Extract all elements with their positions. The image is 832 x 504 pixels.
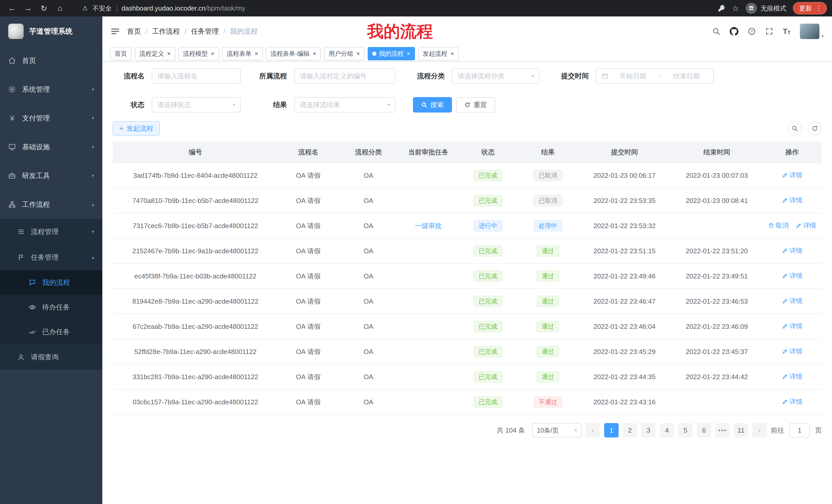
detail-link[interactable]: 详情 — [796, 221, 816, 230]
category-select[interactable]: 请选择流程分类 ▾ — [452, 68, 539, 84]
svg-text:?: ? — [751, 29, 753, 33]
detail-link[interactable]: 详情 — [782, 397, 802, 406]
sidebar-item-leave-query[interactable]: 请假查询 — [0, 344, 102, 370]
tab-close-icon[interactable]: × — [407, 51, 410, 57]
cell-end-time: 2022-01-23 00:07:03 — [671, 163, 762, 188]
breadcrumb-item[interactable]: 我的流程 — [219, 27, 258, 36]
font-size-icon[interactable]: TT — [783, 27, 790, 35]
sidebar-item-payment[interactable]: ¥ 支付管理 ▾ — [0, 104, 102, 133]
gear-icon — [8, 86, 16, 93]
view-tab[interactable]: 流程表单 × — [222, 47, 263, 60]
page-content: 流程名 请输入流程名 所属流程 请输入流程定义的编号 流程分类 请选择流程分类 … — [102, 62, 832, 504]
update-button[interactable]: 更新 ⋮ — [793, 2, 827, 15]
tab-close-icon[interactable]: × — [356, 51, 360, 57]
detail-link[interactable]: 详情 — [782, 171, 802, 179]
reset-button[interactable]: 重置 — [456, 97, 495, 113]
forward-icon[interactable]: → — [21, 1, 35, 15]
page-button[interactable]: 2 — [623, 423, 637, 438]
breadcrumb-item[interactable]: 首页 — [127, 27, 141, 36]
detail-link[interactable]: 详情 — [782, 297, 802, 305]
user-menu[interactable]: ▾ — [800, 24, 824, 39]
toolbox-icon — [8, 172, 16, 179]
page-button[interactable]: 4 — [660, 423, 674, 438]
tab-close-icon[interactable]: × — [255, 51, 258, 57]
sidebar-item-process-management[interactable]: 流程管理 ▾ — [0, 219, 102, 245]
cancel-link[interactable]: 取消 — [768, 221, 788, 230]
view-tab[interactable]: 流程定义 × — [135, 47, 175, 60]
detail-link[interactable]: 详情 — [782, 246, 802, 255]
goto-page-input[interactable] — [789, 423, 810, 438]
page-button[interactable]: 3 — [641, 423, 656, 438]
toggle-search-icon[interactable] — [788, 121, 802, 135]
result-select[interactable]: 请选择流结果 ▾ — [294, 97, 395, 113]
sidebar-item-home[interactable]: 首页 — [0, 46, 102, 75]
create-process-button[interactable]: + 发起流程 — [113, 121, 160, 136]
address-bar[interactable]: ⚠ 不安全 dashboard.yudao.iocoder.cn/bpm/tas… — [82, 4, 716, 12]
page-size-select[interactable]: 10条/页 ▾ — [532, 423, 581, 438]
view-tab[interactable]: 发起流程 × — [418, 47, 459, 60]
end-date-placeholder: 结束日期 — [665, 72, 708, 81]
tab-close-icon[interactable]: × — [450, 51, 454, 57]
cell-actions: 详情 — [762, 188, 822, 213]
cell-current-task — [398, 339, 458, 364]
view-tab[interactable]: 我的流程 × — [368, 47, 415, 60]
sidebar-item-done-tasks[interactable]: 已办任务 — [0, 319, 102, 344]
home-icon[interactable]: ⌂ — [53, 1, 67, 15]
detail-link[interactable]: 详情 — [782, 372, 802, 381]
sidebar-item-devtools[interactable]: 研发工具 ▾ — [0, 161, 102, 190]
page-button[interactable]: ••• — [715, 423, 730, 438]
view-tab[interactable]: 流程模型 × — [178, 47, 219, 60]
search-button[interactable]: 搜索 — [413, 97, 452, 113]
breadcrumb-item[interactable]: 工作流程 — [141, 27, 180, 36]
sidebar-item-system[interactable]: 系统管理 ▾ — [0, 75, 102, 104]
edit-icon — [782, 248, 788, 254]
refresh-table-icon[interactable] — [808, 121, 822, 135]
cell-category: OA — [338, 213, 398, 239]
sidebar-toggle-icon[interactable] — [110, 27, 120, 36]
process-name-input[interactable]: 请输入流程名 — [152, 68, 241, 84]
page-button[interactable]: 11 — [734, 423, 748, 438]
view-tab[interactable]: 流程表单-编辑 × — [266, 47, 321, 60]
sidebar-item-todo-tasks[interactable]: 待办任务 — [0, 295, 102, 319]
tab-close-icon[interactable]: × — [167, 51, 171, 57]
cell-process-name: OA 请假 — [278, 389, 338, 415]
page-button[interactable]: 6 — [697, 423, 711, 438]
breadcrumb-item[interactable]: 任务管理 — [180, 27, 219, 36]
fullscreen-icon[interactable] — [765, 27, 773, 35]
view-tab[interactable]: 首页 — [110, 47, 132, 60]
detail-link[interactable]: 详情 — [782, 322, 802, 330]
github-icon[interactable] — [730, 27, 738, 36]
cell-current-task — [398, 163, 458, 188]
status-label: 状态 — [113, 100, 145, 109]
cell-id: 7317cec6-7b9b-11ec-b5b7-acde48001122 — [113, 213, 278, 239]
detail-link[interactable]: 详情 — [782, 272, 802, 280]
tab-close-icon[interactable]: × — [313, 51, 316, 57]
page-button[interactable]: 1 — [604, 423, 619, 438]
task-link[interactable]: 一级审批 — [415, 222, 442, 230]
view-tab[interactable]: 用户分组 × — [324, 47, 365, 60]
reload-icon[interactable]: ↻ — [37, 1, 51, 15]
bookmark-star-icon[interactable]: ☆ — [732, 4, 739, 13]
password-key-icon[interactable] — [718, 5, 725, 12]
user-avatar[interactable] — [800, 24, 820, 39]
cell-status: 已完成 — [458, 389, 518, 415]
page-button[interactable]: 5 — [678, 423, 693, 438]
cell-end-time — [671, 213, 762, 239]
search-icon[interactable] — [712, 27, 721, 35]
sidebar-item-infrastructure[interactable]: 基础设施 ▾ — [0, 133, 102, 161]
sidebar-item-my-process[interactable]: 我的流程 — [0, 270, 102, 295]
sidebar-item-task-management[interactable]: 任务管理 ▴ — [0, 245, 102, 270]
menu-kebab-icon[interactable]: ⋮ — [815, 4, 822, 12]
process-definition-input[interactable]: 请输入流程定义的编号 — [294, 68, 395, 84]
status-select[interactable]: 请选择状态 ▾ — [152, 97, 241, 113]
next-page-button[interactable]: › — [752, 423, 767, 438]
prev-page-button[interactable]: ‹ — [586, 423, 600, 438]
detail-link[interactable]: 详情 — [782, 347, 802, 356]
tab-close-icon[interactable]: × — [211, 51, 214, 57]
sidebar-item-workflow[interactable]: 工作流程 ▴ — [0, 190, 102, 219]
back-icon[interactable]: ← — [5, 1, 19, 15]
submit-time-range-picker[interactable]: 开始日期 - 结束日期 — [596, 68, 714, 84]
help-icon[interactable]: ? — [748, 27, 756, 35]
column-header: 当前审批任务 — [398, 142, 458, 163]
detail-link[interactable]: 详情 — [782, 196, 802, 204]
